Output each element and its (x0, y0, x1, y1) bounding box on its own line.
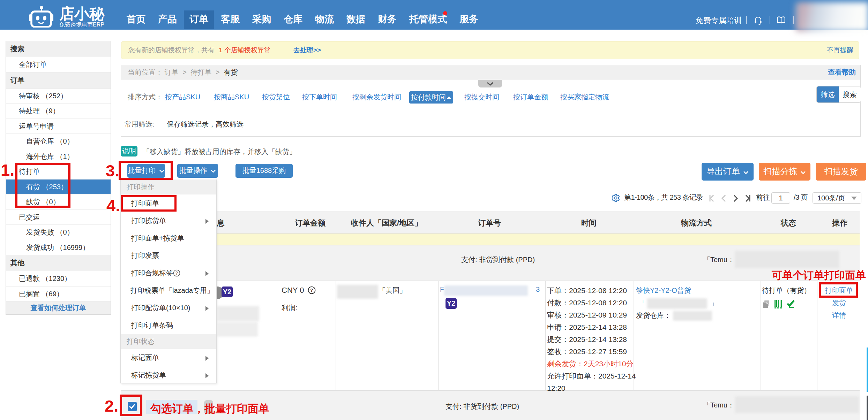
svg-text:?: ? (310, 288, 313, 293)
svg-text:?: ? (175, 271, 178, 276)
